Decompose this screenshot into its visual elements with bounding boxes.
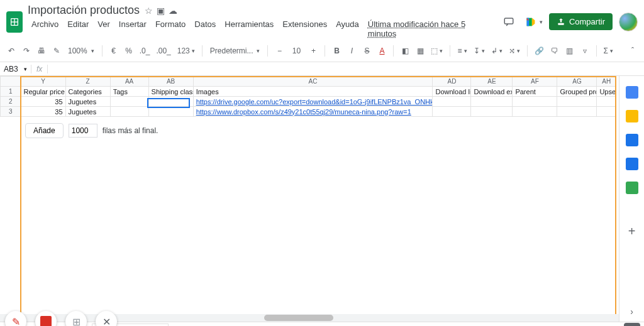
col-header[interactable]: Y	[21, 77, 65, 87]
calendar-icon[interactable]	[626, 86, 638, 99]
grid-tool-icon[interactable]: ⊞	[65, 311, 87, 326]
data-row[interactable]: 3 35 Juguetes https://www.dropbox.com/s/…	[1, 107, 616, 117]
menu-ayuda[interactable]: Ayuda	[332, 18, 363, 40]
add-rows-suffix: filas más al final.	[103, 126, 158, 135]
add-rows-count[interactable]	[69, 124, 97, 138]
col-header[interactable]: AD	[433, 77, 471, 87]
functions-icon[interactable]: Σ	[602, 43, 615, 58]
decrease-decimal-icon[interactable]: .0_	[138, 43, 152, 58]
fx-icon: fx	[31, 65, 48, 73]
currency-euro-icon[interactable]: €	[108, 43, 120, 58]
addons-plus-icon[interactable]: +	[628, 224, 636, 239]
collapse-sidepanel-icon[interactable]: ›	[630, 307, 633, 317]
undo-icon[interactable]: ↶	[5, 43, 18, 58]
share-button[interactable]: Compartir	[549, 13, 613, 30]
valign-icon[interactable]: ↧	[472, 43, 487, 58]
col-header[interactable]: AA	[110, 77, 148, 87]
increase-decimal-icon[interactable]: .00_	[154, 43, 172, 58]
menubar: Archivo Editar Ver Insertar Formato Dato…	[28, 18, 495, 40]
image-link[interactable]: https://drive.google.com/uc?export=downl…	[193, 97, 433, 107]
menu-insertar[interactable]: Insertar	[115, 18, 150, 40]
keep-icon[interactable]	[626, 110, 638, 122]
comment-icon[interactable]: 🗨	[548, 43, 561, 58]
italic-icon[interactable]: I	[345, 43, 358, 58]
svg-rect-4	[558, 23, 564, 24]
name-box[interactable]: AB3 ▾	[0, 65, 31, 73]
active-cell-AB3[interactable]	[148, 107, 193, 117]
explore-button[interactable]: ✦	[624, 323, 640, 327]
menu-extensiones[interactable]: Extensiones	[279, 18, 331, 40]
spreadsheet-grid[interactable]: Y Z AA AB AC AD AE AF AG AH 1 Regular pr…	[0, 76, 619, 322]
wrap-icon[interactable]: ↲	[489, 43, 504, 58]
font-size-decrease[interactable]: −	[273, 43, 286, 58]
sheets-logo[interactable]	[6, 11, 23, 33]
col-header[interactable]: AE	[471, 77, 513, 87]
meet-icon[interactable]	[524, 14, 543, 30]
menu-ver[interactable]: Ver	[94, 18, 114, 40]
colorfill-tool-icon[interactable]	[35, 311, 57, 326]
close-tool-icon[interactable]: ✕	[96, 311, 117, 326]
percent-icon[interactable]: %	[123, 43, 135, 58]
chart-icon[interactable]: ▥	[564, 43, 576, 58]
move-icon[interactable]: ▣	[157, 6, 165, 16]
chevron-down-icon: ▾	[24, 66, 27, 72]
header-row[interactable]: 1 Regular price Categories Tags Shipping…	[1, 87, 616, 97]
redo-icon[interactable]: ↷	[20, 43, 33, 58]
svg-rect-3	[504, 18, 513, 24]
scrollbar-thumb[interactable]	[264, 315, 333, 321]
doc-title[interactable]: Importación productos	[28, 4, 140, 17]
menu-herramientas[interactable]: Herramientas	[221, 18, 277, 40]
data-row[interactable]: 2 35 Juguetes https://drive.google.com/u…	[1, 97, 616, 107]
contacts-icon[interactable]	[626, 158, 638, 170]
col-header[interactable]: AC	[193, 77, 433, 87]
col-header[interactable]: AH	[597, 77, 616, 87]
name-box-value: AB3	[4, 65, 18, 73]
menu-formato[interactable]: Formato	[152, 18, 189, 40]
maps-icon[interactable]	[626, 182, 638, 194]
tasks-icon[interactable]	[626, 134, 638, 146]
col-header[interactable]: AG	[557, 77, 597, 87]
fill-color-icon[interactable]: ◧	[399, 43, 411, 58]
merge-cells-icon[interactable]: ⬚	[429, 43, 445, 58]
image-link[interactable]: https://www.dropbox.com/s/z49y21c0t55qj2…	[193, 107, 433, 117]
link-icon[interactable]: 🔗	[533, 43, 546, 58]
borders-icon[interactable]: ▦	[414, 43, 426, 58]
account-avatar[interactable]	[619, 13, 638, 31]
star-icon[interactable]: ☆	[145, 6, 153, 16]
menu-datos[interactable]: Datos	[191, 18, 219, 40]
paint-format-icon[interactable]: ✎	[50, 43, 63, 58]
share-label: Compartir	[569, 17, 605, 26]
select-all-corner[interactable]	[1, 77, 21, 87]
side-panel: + ›	[619, 76, 644, 322]
print-icon[interactable]: 🖶	[35, 43, 48, 58]
rotate-icon[interactable]: ⤭	[507, 43, 522, 58]
collapse-toolbar-icon[interactable]: ˆ	[626, 43, 639, 58]
col-header[interactable]: AB	[148, 77, 193, 87]
toolbar: ↶ ↷ 🖶 ✎ 100% € % .0_ .00_ 123 Predetermi…	[0, 40, 644, 62]
text-color-icon[interactable]: A	[375, 43, 388, 58]
filter-icon[interactable]: ▿	[579, 43, 591, 58]
strikethrough-icon[interactable]: S	[360, 43, 373, 58]
col-header[interactable]: Z	[65, 77, 110, 87]
comments-icon[interactable]	[500, 13, 518, 31]
menu-archivo[interactable]: Archivo	[28, 18, 62, 40]
record-tool-icon[interactable]: ✎	[5, 311, 26, 326]
col-header[interactable]: AF	[513, 77, 557, 87]
zoom-select[interactable]: 100%	[65, 46, 97, 55]
font-family-select[interactable]: Predetermi...	[208, 46, 263, 55]
add-rows-button[interactable]: Añade	[25, 123, 64, 138]
more-formats-icon[interactable]: 123	[175, 43, 197, 58]
bold-icon[interactable]: B	[330, 43, 343, 58]
cloud-icon[interactable]: ☁	[169, 6, 177, 16]
last-edit[interactable]: Última modificación hace 5 minutos	[364, 18, 495, 40]
halign-icon[interactable]: ≡	[455, 43, 469, 58]
font-size-increase[interactable]: +	[307, 43, 319, 58]
font-size-input[interactable]: 10	[288, 46, 304, 56]
menu-editar[interactable]: Editar	[64, 18, 92, 40]
